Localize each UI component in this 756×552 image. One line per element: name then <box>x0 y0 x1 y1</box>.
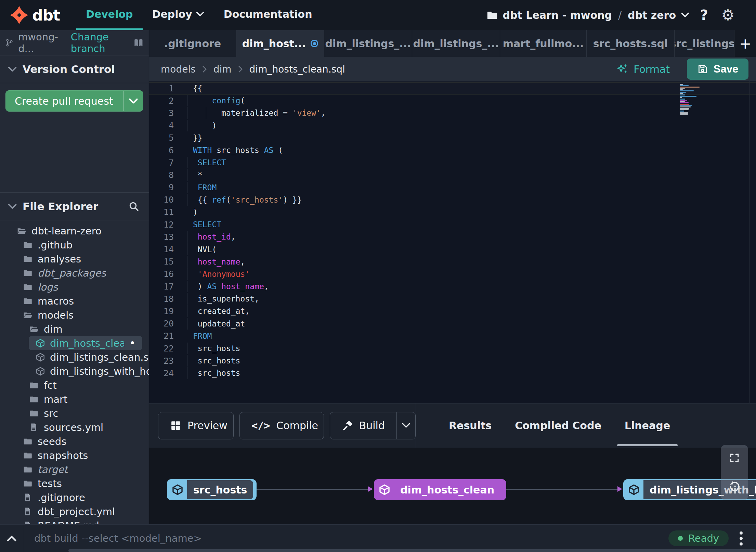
minimap-line <box>680 111 684 112</box>
sparkles-icon <box>616 63 629 75</box>
build-dropdown-button[interactable] <box>396 412 415 439</box>
file-name: dim <box>44 323 63 335</box>
save-button[interactable]: Save <box>687 59 748 80</box>
nav-item-develop[interactable]: Develop <box>76 0 143 30</box>
breadcrumb-item[interactable]: dim_hosts_clean.sql <box>249 64 345 75</box>
console-menu-button[interactable] <box>731 531 751 545</box>
file-tree-item[interactable]: seeds <box>0 434 149 448</box>
lineage-canvas[interactable]: src_hostsdim_hosts_cleandim_listings_wit… <box>149 448 756 524</box>
file-tree-item[interactable]: target <box>0 462 149 476</box>
file-tree-item[interactable]: sources.yml <box>0 420 149 434</box>
nav-item-documentation[interactable]: Documentation <box>214 0 322 30</box>
code-text: FROM <box>174 182 756 193</box>
editor-tab[interactable]: dim_listings_... <box>412 30 500 57</box>
line-number: 7 <box>149 158 174 168</box>
new-tab-button[interactable]: + <box>734 30 756 57</box>
code-line: 20 updated_at <box>149 318 756 330</box>
help-button[interactable]: ? <box>694 5 714 25</box>
editor-rule <box>749 81 750 403</box>
panel-tab-results[interactable]: Results <box>437 403 503 448</box>
file-tree-item[interactable]: fct <box>0 378 149 392</box>
model-cube-icon <box>624 480 643 499</box>
breadcrumb-item[interactable]: models <box>161 64 196 75</box>
lineage-node[interactable]: dim_hosts_clean <box>374 479 506 500</box>
file-tree-item[interactable]: dim_hosts_clean.sql• <box>29 336 142 350</box>
account-name: dbt Learn - mwong <box>503 9 612 21</box>
change-branch-link[interactable]: Change branch <box>71 31 129 54</box>
editor-tab[interactable]: dim_listings_... <box>324 30 412 57</box>
reset-view-icon[interactable] <box>728 480 741 493</box>
file-tree-item[interactable]: mart <box>0 392 149 406</box>
minimap-line <box>680 88 685 89</box>
minimap-line <box>680 102 689 103</box>
pull-request-dropdown[interactable] <box>123 91 143 111</box>
line-number: 8 <box>149 170 174 180</box>
file-tree-item[interactable]: dbt_project.yml <box>0 504 149 518</box>
line-number: 23 <box>149 356 174 366</box>
build-button[interactable]: Build <box>330 412 416 439</box>
create-pull-request-button[interactable]: Create pull request <box>5 90 143 112</box>
brand-text: dbt <box>32 7 60 24</box>
file-tree-item[interactable]: src <box>0 406 149 420</box>
editor-tab[interactable]: dim_host... <box>236 30 324 57</box>
editor-minimap[interactable] <box>680 84 721 116</box>
editor-tab[interactable]: .gitignore <box>149 30 236 57</box>
preview-button[interactable]: Preview <box>158 412 234 439</box>
search-icon[interactable] <box>128 201 139 212</box>
project-switcher[interactable]: dbt Learn - mwong / dbt zero <box>486 9 690 21</box>
file-tree-item[interactable]: dbt-learn-zero <box>0 224 149 238</box>
button-content: </>Compile <box>240 412 324 439</box>
file-tree-item[interactable]: dim_listings_with_hosts... <box>0 364 149 378</box>
format-button[interactable]: Format <box>613 63 673 75</box>
editor-tab[interactable]: src_hosts.sql <box>587 30 675 57</box>
code-text: SELECT <box>174 219 756 230</box>
dbt-logo[interactable]: dbt <box>0 0 60 30</box>
file-explorer-header[interactable]: File Explorer <box>0 193 149 220</box>
line-number: 18 <box>149 294 174 304</box>
panel-tab-compiled-code[interactable]: Compiled Code <box>503 403 613 448</box>
file-tree-item[interactable]: snapshots <box>0 448 149 462</box>
file-tree-item[interactable]: logs <box>0 280 149 294</box>
file-tree-item[interactable]: dim <box>0 322 149 336</box>
file-tree-item[interactable]: analyses <box>0 252 149 266</box>
line-number: 4 <box>149 120 174 130</box>
file-tree-item[interactable]: dbt_packages <box>0 266 149 280</box>
code-line: 7 SELECT <box>149 156 756 169</box>
file-tree-item[interactable]: .gitignore <box>0 490 149 504</box>
panel-tab-lineage[interactable]: Lineage <box>613 403 682 448</box>
button-label: Preview <box>187 420 227 432</box>
file-name: sources.yml <box>44 422 103 433</box>
expand-console-button[interactable] <box>0 525 23 552</box>
breadcrumb-item[interactable]: dim <box>213 64 232 75</box>
code-editor[interactable]: 1{{2 config(3 materialized = 'view',4 )5… <box>149 81 756 403</box>
code-token: ( <box>240 96 245 105</box>
file-tree-item[interactable]: README.md <box>0 518 149 524</box>
code-text: created_at, <box>174 305 756 317</box>
line-number: 24 <box>149 368 174 378</box>
file-tree-item[interactable]: dim_listings_clean.sql <box>0 350 149 364</box>
editor-tab[interactable]: mart_fullmo... <box>500 30 587 57</box>
docs-book-icon[interactable] <box>134 37 143 48</box>
file-tree-item[interactable]: .github <box>0 238 149 252</box>
lineage-edge <box>506 489 621 490</box>
code-token: 'view' <box>292 108 321 117</box>
code-text: {{ <box>174 82 756 94</box>
file-tree-item[interactable]: models <box>0 308 149 322</box>
file-name: .github <box>38 239 73 251</box>
settings-button[interactable]: ⚙ <box>718 5 738 25</box>
lineage-node[interactable]: src_hosts <box>167 479 257 500</box>
file-tree-item[interactable]: tests <box>0 476 149 490</box>
folder-icon <box>23 465 32 474</box>
file-tree-item[interactable]: macros <box>0 294 149 308</box>
command-input[interactable]: dbt build --select <model_name> <box>34 532 202 544</box>
horizontal-scrollbar[interactable] <box>0 549 756 552</box>
nav-item-deploy[interactable]: Deploy <box>143 0 214 30</box>
version-control-header[interactable]: Version Control <box>0 55 149 83</box>
scrollbar-thumb[interactable] <box>68 549 756 552</box>
fullscreen-icon[interactable] <box>729 452 740 463</box>
folder-icon <box>486 9 498 21</box>
result-tabs: ResultsCompiled CodeLineage <box>437 403 682 448</box>
file-icon <box>23 521 32 524</box>
editor-tab[interactable]: src_listings. <box>675 30 734 57</box>
compile-button[interactable]: </>Compile <box>239 412 324 439</box>
